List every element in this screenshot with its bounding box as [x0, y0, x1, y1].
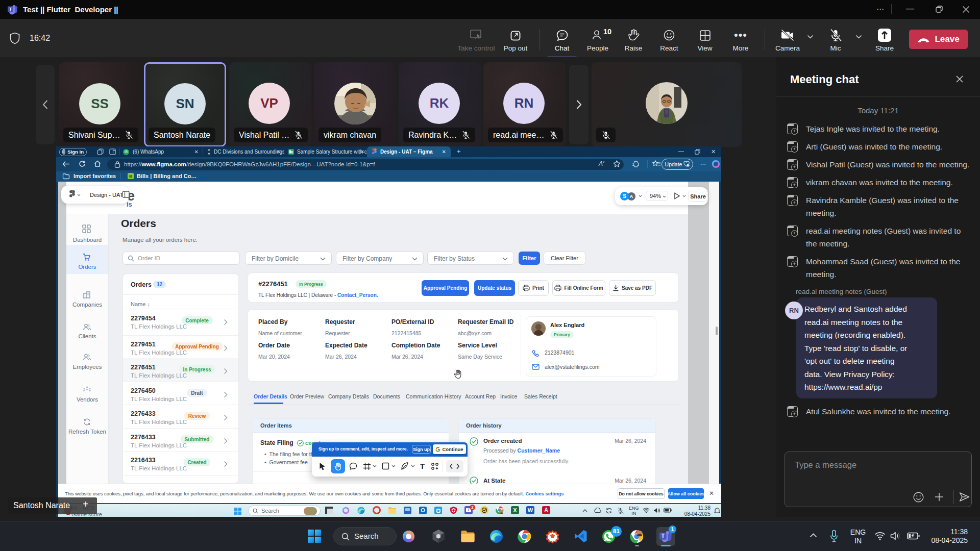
- svg-text:T: T: [662, 533, 665, 539]
- svg-text:X: X: [290, 150, 293, 155]
- svg-text:T: T: [9, 7, 12, 12]
- svg-text:B: B: [129, 174, 132, 179]
